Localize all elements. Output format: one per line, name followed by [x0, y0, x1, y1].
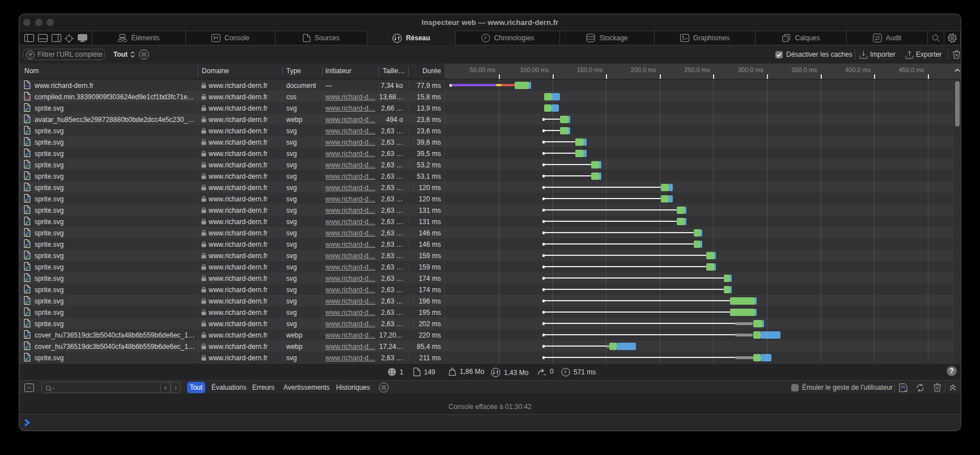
svg-text:<>: <> [24, 83, 29, 89]
svg-text:JS: JS [901, 385, 905, 389]
svg-text:css: css [24, 96, 31, 100]
svg-text:?: ? [949, 367, 953, 375]
